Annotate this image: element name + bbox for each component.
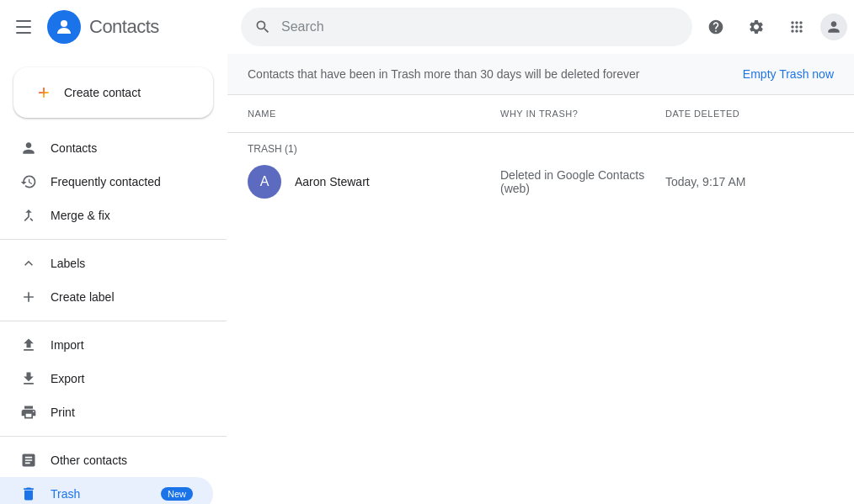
col-header-reason: Why in Trash? [500,102,665,125]
help-icon [707,19,724,35]
sidebar-labels-section[interactable]: Labels [0,247,227,280]
search-bar [241,8,692,46]
empty-trash-button[interactable]: Empty Trash now [743,67,834,81]
divider-3 [0,436,227,437]
contact-name: Aaron Stewart [295,175,370,188]
contacts-logo-icon [54,17,74,37]
topbar: Contacts [0,0,854,54]
history-icon [20,173,37,190]
col-header-name: Name [248,102,500,125]
main-layout: Create contact Contacts Frequently conta… [0,54,854,504]
app-name: Contacts [89,16,159,38]
print-icon [20,404,37,421]
sidebar-other-contacts-label: Other contacts [51,454,193,467]
sidebar-labels-label: Labels [51,257,85,270]
account-icon [825,19,842,35]
sidebar-print-label: Print [51,406,193,419]
sidebar-item-other-contacts[interactable]: Other contacts [0,443,213,477]
main-content: Contacts that have been in Trash more th… [227,54,854,504]
sidebar-contacts-label: Contacts [51,141,193,155]
upload-icon [20,337,37,353]
sidebar-item-print[interactable]: Print [0,395,213,429]
sidebar-item-merge-fix[interactable]: Merge & fix [0,199,213,232]
help-button[interactable] [699,10,733,44]
create-contact-button[interactable]: Create contact [13,67,213,118]
contact-avatar: A [248,165,281,199]
sidebar-item-import[interactable]: Import [0,328,213,362]
table-row[interactable]: A Aaron Stewart Deleted in Google Contac… [227,158,854,205]
banner-text: Contacts that have been in Trash more th… [248,67,639,81]
search-input[interactable] [281,19,679,34]
contact-date: Today, 9:17 AM [665,175,834,188]
trash-section-label: TRASH (1) [227,133,854,158]
sidebar: Create contact Contacts Frequently conta… [0,54,227,504]
search-icon [254,19,271,35]
sidebar-trash-label: Trash [51,487,147,501]
search-input-wrapper [241,8,692,46]
account-avatar[interactable] [820,13,847,40]
menu-button[interactable] [7,10,40,44]
sidebar-item-frequently-contacted[interactable]: Frequently contacted [0,165,213,199]
svg-point-0 [61,20,67,27]
trash-icon [20,485,37,502]
settings-icon [748,19,765,35]
contact-reason: Deleted in Google Contacts (web) [500,168,665,195]
sidebar-item-export[interactable]: Export [0,362,213,395]
contact-name-cell: A Aaron Stewart [248,165,500,199]
settings-button[interactable] [739,10,773,44]
plus-icon [34,82,54,103]
trash-new-badge: New [161,487,193,501]
download-icon [20,370,37,387]
sidebar-create-label[interactable]: Create label [0,280,213,314]
sidebar-export-label: Export [51,372,193,385]
app-logo: Contacts [47,10,159,44]
add-label-icon [20,289,37,305]
apps-icon [788,19,805,35]
hamburger-icon [16,20,31,34]
sidebar-import-label: Import [51,338,193,352]
sidebar-merge-fix-label: Merge & fix [51,209,193,222]
person-icon [20,140,37,157]
sidebar-create-label-text: Create label [51,290,193,304]
sidebar-item-trash[interactable]: Trash New [0,477,213,504]
app-logo-circle [47,10,81,44]
create-contact-label: Create contact [64,86,141,99]
col-header-date: Date deleted [665,102,834,125]
topbar-left: Contacts [7,10,234,44]
trash-banner: Contacts that have been in Trash more th… [227,54,854,95]
apps-button[interactable] [780,10,814,44]
divider-1 [0,239,227,240]
divider-2 [0,321,227,321]
sidebar-item-contacts[interactable]: Contacts [0,131,213,165]
other-contacts-icon [20,452,37,469]
table-header: Name Why in Trash? Date deleted [227,95,854,133]
sidebar-frequently-contacted-label: Frequently contacted [51,175,193,188]
merge-icon [20,207,37,224]
topbar-right [699,10,847,44]
chevron-up-icon [20,255,37,272]
